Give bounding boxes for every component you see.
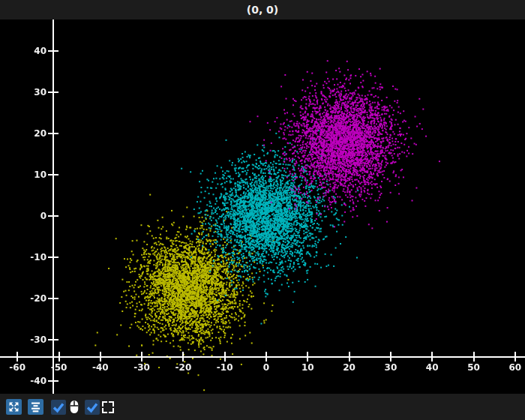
x-tick-label: 30: [374, 362, 407, 373]
y-tick-label: -10: [0, 251, 46, 263]
x-tick-label: -30: [125, 362, 158, 373]
mouse-checkbox[interactable]: [51, 400, 66, 415]
y-tick-label: 40: [0, 45, 46, 57]
x-tick-label: 10: [291, 362, 324, 373]
scatter-canvas[interactable]: [0, 20, 525, 394]
x-tick-mark: [224, 352, 226, 362]
selection-corners-icon: [102, 401, 114, 413]
x-tick-mark: [473, 352, 475, 362]
x-tick-label: -60: [1, 362, 34, 373]
x-tick-label: 60: [499, 362, 525, 373]
x-tick-mark: [349, 352, 350, 362]
app-window: (0, 0) -60-50-40-30-20-10010203040506040…: [0, 0, 525, 420]
x-tick-mark: [514, 352, 516, 362]
x-tick-label: -20: [166, 362, 200, 373]
x-tick-mark: [182, 352, 184, 362]
checkmark-icon: [51, 400, 66, 415]
y-tick-label: 30: [0, 86, 46, 98]
x-tick-mark: [266, 352, 267, 362]
x-tick-label: 0: [250, 362, 283, 373]
x-tick-label: -40: [84, 362, 117, 373]
y-tick-label: 20: [0, 128, 46, 140]
y-tick-mark: [48, 380, 58, 382]
x-tick-label: 50: [458, 362, 490, 373]
plot-area[interactable]: -60-50-40-30-20-100102030405060403020100…: [0, 20, 525, 394]
y-tick-label: 0: [0, 210, 46, 222]
center-lines-button[interactable]: [28, 399, 44, 415]
x-tick-mark: [100, 352, 101, 362]
x-tick-label: -50: [43, 362, 76, 373]
x-tick-mark: [58, 352, 60, 362]
checkmark-icon: [85, 400, 100, 415]
y-axis-line: [52, 20, 54, 394]
y-tick-mark: [48, 133, 58, 134]
x-tick-label: -10: [208, 362, 242, 373]
y-tick-mark: [48, 339, 58, 340]
y-tick-mark: [48, 298, 58, 299]
expand-arrows-icon: [8, 400, 20, 413]
y-tick-mark: [48, 215, 58, 217]
x-tick-label: 40: [416, 362, 448, 373]
mouse-icon: [67, 399, 82, 416]
x-tick-mark: [390, 352, 392, 362]
y-tick-mark: [48, 92, 58, 93]
x-tick-mark: [307, 352, 308, 362]
y-tick-mark: [48, 256, 58, 258]
x-tick-mark: [431, 352, 433, 362]
x-tick-mark: [141, 352, 142, 362]
y-tick-label: -30: [0, 334, 46, 346]
x-axis-line: [0, 356, 525, 358]
x-tick-mark: [16, 352, 18, 362]
y-tick-label: -20: [0, 292, 46, 304]
y-tick-mark: [48, 50, 58, 52]
y-tick-mark: [48, 174, 58, 176]
plot-title: (0, 0): [0, 0, 525, 20]
fit-view-button[interactable]: [6, 399, 22, 415]
toolbar: [0, 394, 525, 420]
center-lines-icon: [29, 400, 42, 413]
y-tick-label: 10: [0, 169, 46, 181]
x-tick-label: 20: [333, 362, 366, 373]
selection-checkbox[interactable]: [85, 400, 100, 415]
y-tick-label: -40: [0, 375, 46, 387]
